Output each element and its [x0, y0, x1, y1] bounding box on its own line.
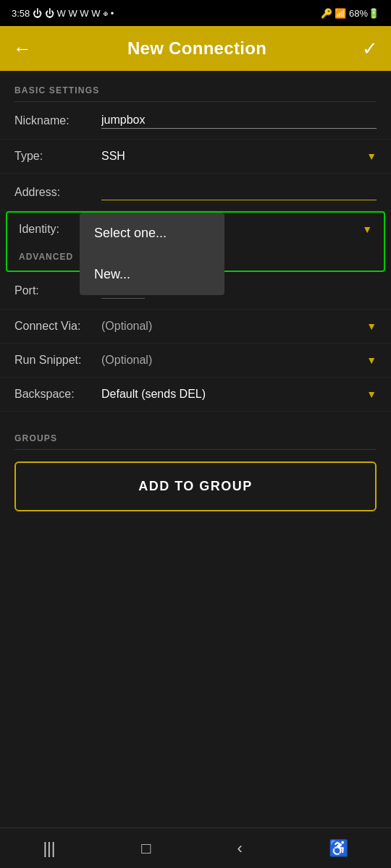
confirm-button[interactable]: ✓ — [362, 38, 378, 60]
type-row[interactable]: Type: SSH ▼ — [0, 140, 391, 174]
time-display: 3:58 — [12, 8, 30, 19]
status-right-icons: 🔑 📶 68%🔋 — [321, 8, 379, 19]
run-snippet-arrow: ▼ — [366, 354, 377, 366]
content-area: BASIC SETTINGS Nickname: Type: SSH ▼ Add… — [0, 71, 391, 827]
recent-apps-icon[interactable]: ||| — [43, 839, 55, 858]
groups-divider — [14, 449, 377, 450]
add-to-group-button[interactable]: ADD TO GROUP — [14, 461, 377, 511]
run-snippet-row[interactable]: Run Snippet: (Optional) ▼ — [0, 344, 391, 378]
backspace-row[interactable]: Backspace: Default (sends DEL) ▼ — [0, 378, 391, 412]
backspace-value: Default (sends DEL) — [101, 388, 361, 401]
system-icons: ⏻ ⏻ W W W W ⊕ • — [33, 8, 114, 19]
status-bar: 3:58 ⏻ ⏻ W W W W ⊕ • 🔑 📶 68%🔋 — [0, 0, 391, 26]
status-right: 🔑 📶 68%🔋 — [321, 8, 379, 19]
address-input[interactable] — [101, 184, 377, 200]
address-row: Address: — [0, 174, 391, 211]
backspace-label: Backspace: — [14, 388, 101, 401]
nickname-input[interactable] — [101, 112, 377, 129]
nickname-label: Nickname: — [14, 114, 101, 127]
type-dropdown-arrow: ▼ — [366, 150, 377, 162]
dropdown-item-new[interactable]: New... — [80, 254, 224, 295]
identity-section: Identity: ▼ Select one... New... ADVANCE… — [6, 211, 385, 272]
run-snippet-label: Run Snippet: — [14, 354, 101, 367]
type-label: Type: — [14, 150, 101, 163]
connect-via-row[interactable]: Connect Via: (Optional) ▼ — [0, 310, 391, 344]
toolbar: ← New Connection ✓ — [0, 26, 391, 71]
address-label: Address: — [14, 186, 101, 199]
identity-dropdown-menu: Select one... New... — [80, 213, 224, 295]
back-button[interactable]: ← — [13, 38, 32, 60]
run-snippet-value: (Optional) — [101, 354, 361, 367]
home-icon[interactable]: □ — [141, 839, 151, 858]
connect-via-label: Connect Via: — [14, 320, 101, 333]
nickname-row: Nickname: — [0, 102, 391, 140]
advanced-label: ADVANCED — [19, 252, 73, 262]
accessibility-icon[interactable]: ♿ — [329, 839, 348, 858]
page-title: New Connection — [127, 38, 266, 59]
back-nav-icon[interactable]: ‹ — [237, 839, 242, 858]
nav-bar: ||| □ ‹ ♿ — [0, 827, 391, 868]
connect-via-value: (Optional) — [101, 320, 361, 333]
connect-via-arrow: ▼ — [366, 320, 377, 332]
status-left: 3:58 ⏻ ⏻ W W W W ⊕ • — [12, 8, 114, 19]
identity-dropdown-arrow: ▼ — [362, 224, 372, 235]
identity-row[interactable]: Identity: ▼ Select one... New... — [7, 213, 384, 246]
basic-settings-header: BASIC SETTINGS — [0, 71, 391, 101]
dropdown-item-select-one[interactable]: Select one... — [80, 213, 224, 254]
groups-header: GROUPS — [0, 419, 391, 449]
groups-section: GROUPS ADD TO GROUP — [0, 419, 391, 511]
backspace-arrow: ▼ — [366, 388, 377, 400]
type-value: SSH — [101, 150, 361, 163]
